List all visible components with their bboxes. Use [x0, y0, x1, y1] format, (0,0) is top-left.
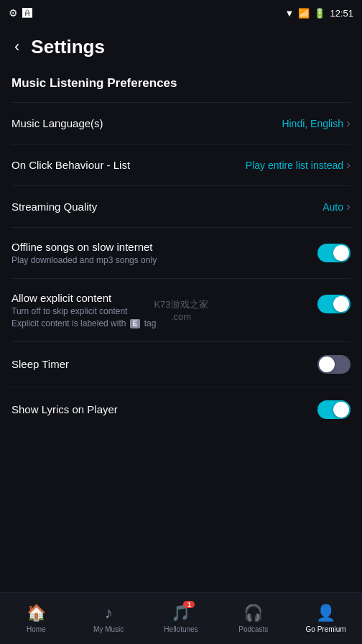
nav-podcasts-icon-container: 🎧 [243, 604, 263, 622]
on-click-right: Play entire list instead › [246, 157, 351, 172]
sleep-timer-label-container: Sleep Timer [11, 358, 317, 371]
nav-hellotunes-label: Hellotunes [164, 625, 198, 633]
nav-go-premium-label: Go Premium [306, 625, 346, 633]
section-title: Music Listening Preferences [0, 70, 362, 102]
home-icon: 🏠 [27, 604, 46, 622]
nav-podcasts[interactable]: 🎧 Podcasts [217, 604, 289, 633]
sleep-timer-toggle-knob [319, 356, 335, 372]
status-bar-right: ▼ 📶 🔋 12:51 [285, 8, 353, 19]
on-click-value: Play entire list instead [246, 160, 343, 171]
sleep-timer-toggle[interactable] [317, 355, 351, 374]
explicit-content-label: Allow explicit content [11, 292, 317, 304]
nav-my-music-icon-container: ♪ [105, 604, 113, 622]
explicit-content-toggle[interactable] [317, 295, 351, 313]
on-click-label: On Click Behaviour - List [11, 159, 130, 171]
nav-hellotunes-icon-container: 🎵 1 [171, 604, 190, 622]
nav-go-premium[interactable]: 👤 Go Premium [289, 604, 362, 633]
streaming-quality-value: Auto [322, 201, 343, 213]
clock: 12:51 [330, 8, 353, 19]
music-language-row[interactable]: Music Language(s) Hindi, English › [0, 103, 362, 144]
content-area: ‹ Settings Music Listening Preferences M… [0, 26, 362, 592]
explicit-content-toggle-knob [333, 296, 349, 312]
nav-my-music-label: My Music [93, 625, 124, 633]
wifi-icon: ▼ [285, 8, 294, 19]
music-language-label-container: Music Language(s) [11, 117, 282, 130]
explicit-content-row[interactable]: Allow explicit content Turn off to skip … [0, 279, 362, 341]
streaming-quality-label: Streaming Quality [11, 201, 97, 213]
streaming-quality-right: Auto › [322, 199, 351, 214]
music-language-label: Music Language(s) [11, 117, 103, 129]
signal-icon: 📶 [298, 8, 310, 19]
music-language-value: Hindi, English [282, 118, 343, 129]
sleep-timer-label: Sleep Timer [11, 358, 69, 370]
show-lyrics-row[interactable]: Show Lyrics on Player [0, 387, 362, 432]
podcasts-icon: 🎧 [243, 604, 263, 622]
status-bar-left: ⚙ 🅰 [9, 7, 32, 19]
streaming-quality-row[interactable]: Streaming Quality Auto › [0, 186, 362, 227]
header: ‹ Settings [0, 26, 362, 70]
music-language-right: Hindi, English › [282, 116, 351, 131]
streaming-quality-chevron: › [346, 199, 351, 214]
offline-songs-toggle[interactable] [317, 244, 351, 262]
bug-icon: ⚙ [9, 7, 18, 19]
explicit-sub2-post: tag [141, 318, 156, 328]
explicit-content-sub1: Turn off to skip explicit content [11, 306, 317, 316]
on-click-chevron: › [346, 157, 351, 172]
offline-songs-label: Offline songs on slow internet [11, 241, 317, 253]
show-lyrics-label: Show Lyrics on Player [11, 403, 118, 415]
nav-home-label: Home [27, 625, 46, 633]
offline-songs-row[interactable]: Offline songs on slow internet Play down… [0, 228, 362, 278]
back-button[interactable]: ‹ [11, 34, 22, 59]
explicit-sub2-pre: Explicit content is labeled with [11, 318, 129, 328]
streaming-quality-label-container: Streaming Quality [11, 201, 322, 213]
show-lyrics-label-container: Show Lyrics on Player [11, 403, 317, 416]
show-lyrics-toggle[interactable] [317, 400, 351, 419]
show-lyrics-toggle-knob [333, 402, 349, 418]
offline-songs-label-container: Offline songs on slow internet Play down… [11, 241, 317, 265]
nav-my-music[interactable]: ♪ My Music [73, 604, 145, 633]
go-premium-icon: 👤 [316, 604, 335, 622]
sleep-timer-row[interactable]: Sleep Timer [0, 342, 362, 387]
offline-songs-sub: Play downloaded and mp3 songs only [11, 255, 317, 265]
text-icon: 🅰 [22, 7, 32, 19]
nav-go-premium-icon-container: 👤 [316, 604, 335, 622]
on-click-behaviour-row[interactable]: On Click Behaviour - List Play entire li… [0, 144, 362, 185]
nav-home[interactable]: 🏠 Home [0, 604, 73, 633]
bottom-nav: 🏠 Home ♪ My Music 🎵 1 Hellotunes 🎧 Podca… [0, 592, 362, 644]
nav-home-icon-container: 🏠 [27, 604, 46, 622]
offline-songs-toggle-knob [333, 245, 349, 261]
explicit-content-label-container: Allow explicit content Turn off to skip … [11, 292, 317, 328]
battery-icon: 🔋 [314, 8, 325, 19]
nav-hellotunes[interactable]: 🎵 1 Hellotunes [145, 604, 218, 633]
explicit-tag: E [130, 319, 141, 328]
page-title: Settings [31, 36, 105, 58]
on-click-label-container: On Click Behaviour - List [11, 159, 246, 172]
nav-podcasts-label: Podcasts [238, 625, 268, 633]
explicit-content-sub2: Explicit content is labeled with E tag [11, 318, 317, 328]
status-bar: ⚙ 🅰 ▼ 📶 🔋 12:51 [0, 0, 362, 26]
my-music-icon: ♪ [105, 604, 113, 622]
music-language-chevron: › [346, 116, 351, 131]
hellotunes-badge: 1 [183, 601, 195, 608]
